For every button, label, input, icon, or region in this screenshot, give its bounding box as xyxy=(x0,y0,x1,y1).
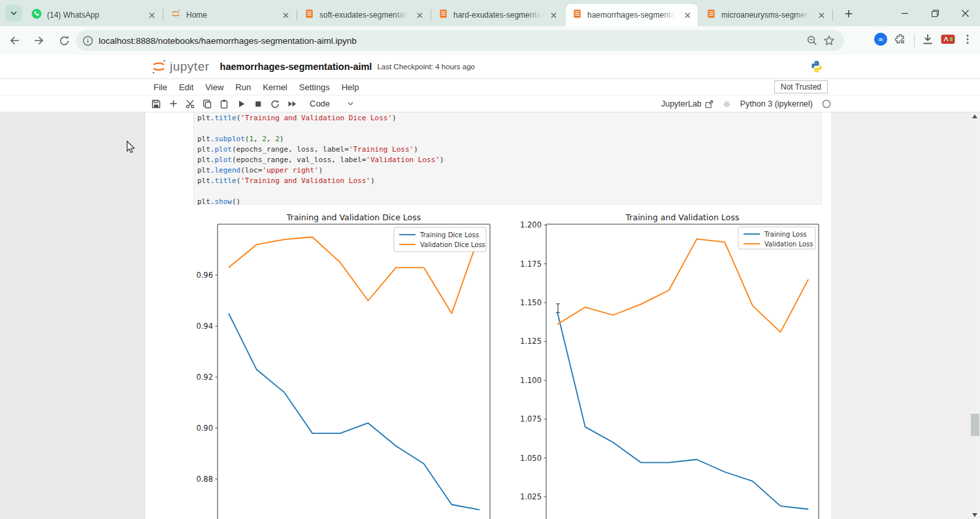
extension-icon-red[interactable] xyxy=(941,34,955,47)
reload-button[interactable] xyxy=(54,30,74,51)
minimize-button[interactable] xyxy=(890,0,920,26)
address-bar[interactable]: localhost:8888/notebooks/haemorrhages-se… xyxy=(76,30,844,51)
tab-close-icon xyxy=(149,12,155,18)
notebook-favicon xyxy=(706,8,716,22)
forward-arrow-icon xyxy=(33,34,46,47)
close-button[interactable] xyxy=(950,0,980,26)
notebook-title[interactable]: haemorrhages-segmentation-aiml xyxy=(220,61,372,72)
page-scrollbar[interactable] xyxy=(970,112,980,519)
scrollbar-thumb[interactable] xyxy=(971,414,979,436)
scrollbar-down-arrow[interactable] xyxy=(972,513,977,517)
tab-close-icon xyxy=(417,12,423,18)
browser-tab-1[interactable]: (14) WhatsApp xyxy=(25,4,162,26)
notebook-favicon xyxy=(572,8,582,19)
tab-close-button[interactable] xyxy=(146,10,157,20)
toolbar-right: JupyterLab Python 3 (ipykernel) xyxy=(661,95,831,112)
plus-icon xyxy=(169,99,178,108)
site-info-icon[interactable] xyxy=(82,35,93,46)
kernel-name[interactable]: Python 3 (ipykernel) xyxy=(740,99,813,109)
right-margin xyxy=(831,112,970,519)
tab-close-button[interactable] xyxy=(548,10,559,20)
copy-cell-button[interactable] xyxy=(199,97,216,111)
browser-tabstrip: (14) WhatsAppHomesoft-exudates-segmentat… xyxy=(0,0,980,26)
tab-separator xyxy=(163,9,163,21)
tab-list-chevron-button[interactable] xyxy=(5,5,22,22)
jupyter-favicon xyxy=(171,8,181,22)
bookmark-button[interactable] xyxy=(821,32,838,49)
gear-icon[interactable] xyxy=(723,100,731,109)
paste-cell-button[interactable] xyxy=(216,97,233,111)
tab-close-icon xyxy=(685,12,691,18)
back-arrow-icon xyxy=(8,34,21,47)
browser-tab-6[interactable]: microaneurysms-segment xyxy=(700,4,832,26)
svg-text:1.150: 1.150 xyxy=(520,298,542,307)
menu-view[interactable]: View xyxy=(199,80,229,94)
add-cell-button[interactable] xyxy=(165,97,182,111)
cut-cell-button[interactable] xyxy=(182,97,199,111)
menu-edit[interactable]: Edit xyxy=(173,80,199,94)
tab-label: (14) WhatsApp xyxy=(47,10,141,20)
tab-close-button[interactable] xyxy=(280,10,291,20)
scrollbar-up-arrow[interactable] xyxy=(972,114,977,118)
tab-close-button[interactable] xyxy=(414,10,425,20)
extensions-area: ∞ xyxy=(874,30,973,51)
zoom-indicator-button[interactable] xyxy=(804,32,821,49)
whatsapp-favicon xyxy=(31,8,42,22)
menu-help[interactable]: Help xyxy=(336,80,365,94)
svg-text:1.175: 1.175 xyxy=(520,260,542,269)
menu-kernel[interactable]: Kernel xyxy=(257,80,293,94)
tab-label: microaneurysms-segment xyxy=(721,10,811,20)
maximize-button[interactable] xyxy=(920,0,950,26)
browser-tab-3[interactable]: soft-exudates-segmentati xyxy=(298,4,430,26)
open-jupyterlab-link[interactable]: JupyterLab xyxy=(661,99,713,109)
browser-tab-2[interactable]: Home xyxy=(164,4,296,26)
back-button[interactable] xyxy=(4,30,25,51)
tab-separator xyxy=(431,9,431,21)
svg-text:0.92: 0.92 xyxy=(196,373,213,382)
notebook-favicon xyxy=(706,8,716,19)
left-margin xyxy=(0,112,145,519)
save-button[interactable] xyxy=(148,97,165,111)
tab-label: haemorrhages-segmentati xyxy=(587,10,677,20)
run-icon xyxy=(237,99,246,109)
restart-kernel-button[interactable] xyxy=(267,97,284,111)
menu-settings[interactable]: Settings xyxy=(293,80,336,94)
close-icon xyxy=(961,9,970,18)
new-tab-button[interactable] xyxy=(841,7,856,21)
cell-type-dropdown[interactable]: Code xyxy=(310,99,354,109)
svg-text:Training Loss: Training Loss xyxy=(764,231,807,238)
code-line: plt.title('Training and Validation Loss'… xyxy=(197,176,821,186)
extensions-puzzle-button[interactable] xyxy=(894,33,907,48)
forward-button[interactable] xyxy=(29,30,50,51)
code-line: plt.plot(epochs_range, loss, label='Trai… xyxy=(197,144,821,155)
save-icon xyxy=(152,99,161,109)
svg-text:Validation Loss: Validation Loss xyxy=(764,241,813,248)
run-cell-button[interactable] xyxy=(233,97,250,111)
url-text[interactable]: localhost:8888/notebooks/haemorrhages-se… xyxy=(99,36,804,46)
extension-icon-blue[interactable]: ∞ xyxy=(874,32,888,49)
svg-text:1.100: 1.100 xyxy=(520,376,542,385)
notebook-favicon xyxy=(438,8,448,22)
browser-menu-button[interactable] xyxy=(962,33,973,48)
tab-close-button[interactable] xyxy=(682,10,693,20)
code-line: plt.show() xyxy=(197,197,821,207)
code-line: plt.title('Training and Validation Dice … xyxy=(197,113,821,124)
browser-tab-5[interactable]: haemorrhages-segmentati xyxy=(566,4,698,26)
tab-close-button[interactable] xyxy=(816,10,826,20)
menu-run[interactable]: Run xyxy=(229,80,257,94)
downloads-button[interactable] xyxy=(921,33,934,48)
interrupt-kernel-button[interactable] xyxy=(250,97,267,111)
run-all-button[interactable] xyxy=(284,97,301,111)
code-cell-input[interactable]: plt.title('Training and Validation Dice … xyxy=(193,112,822,205)
jupyter-logo[interactable]: jupyter xyxy=(150,58,210,75)
browser-tab-4[interactable]: hard-exudates-segmentati xyxy=(432,4,564,26)
tab-label: hard-exudates-segmentati xyxy=(453,10,543,20)
svg-text:1.075: 1.075 xyxy=(520,414,542,424)
loss-charts: 0.960.940.920.900.88Training Dice LossVa… xyxy=(193,208,823,519)
svg-text:Training and Validation Loss: Training and Validation Loss xyxy=(625,212,740,222)
tab-close-icon xyxy=(819,12,825,18)
menu-file[interactable]: File xyxy=(148,80,173,94)
browser-navbar: localhost:8888/notebooks/haemorrhages-se… xyxy=(0,26,980,55)
code-line xyxy=(197,186,821,197)
trust-status-button[interactable]: Not Trusted xyxy=(774,80,828,93)
